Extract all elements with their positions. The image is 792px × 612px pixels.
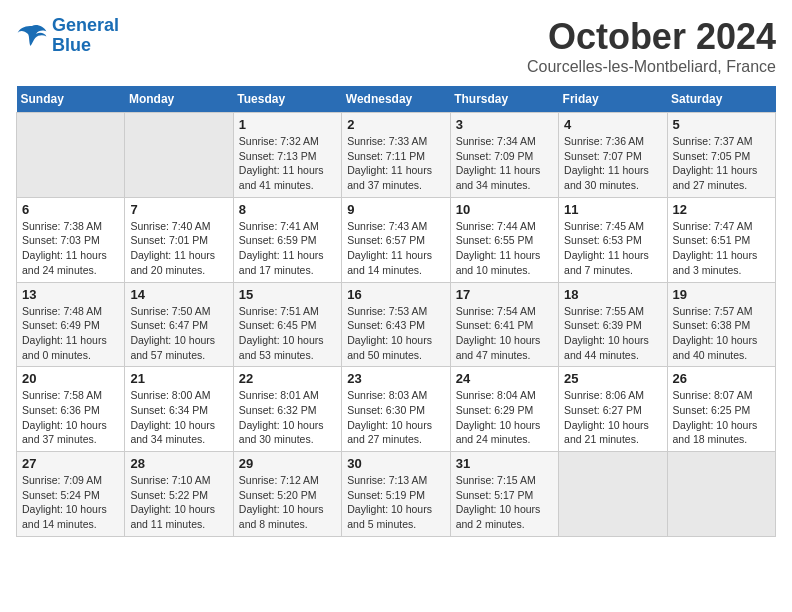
day-info: Sunrise: 7:33 AM Sunset: 7:11 PM Dayligh… bbox=[347, 134, 444, 193]
day-info: Sunrise: 7:54 AM Sunset: 6:41 PM Dayligh… bbox=[456, 304, 553, 363]
day-number: 3 bbox=[456, 117, 553, 132]
calendar-cell bbox=[559, 452, 667, 537]
day-number: 16 bbox=[347, 287, 444, 302]
day-info: Sunrise: 7:53 AM Sunset: 6:43 PM Dayligh… bbox=[347, 304, 444, 363]
day-info: Sunrise: 8:00 AM Sunset: 6:34 PM Dayligh… bbox=[130, 388, 227, 447]
calendar-cell: 27Sunrise: 7:09 AM Sunset: 5:24 PM Dayli… bbox=[17, 452, 125, 537]
weekday-header: Thursday bbox=[450, 86, 558, 113]
calendar-cell: 24Sunrise: 8:04 AM Sunset: 6:29 PM Dayli… bbox=[450, 367, 558, 452]
day-number: 30 bbox=[347, 456, 444, 471]
day-number: 11 bbox=[564, 202, 661, 217]
day-info: Sunrise: 7:58 AM Sunset: 6:36 PM Dayligh… bbox=[22, 388, 119, 447]
day-info: Sunrise: 7:47 AM Sunset: 6:51 PM Dayligh… bbox=[673, 219, 770, 278]
day-number: 13 bbox=[22, 287, 119, 302]
day-number: 26 bbox=[673, 371, 770, 386]
calendar-cell: 6Sunrise: 7:38 AM Sunset: 7:03 PM Daylig… bbox=[17, 197, 125, 282]
day-number: 27 bbox=[22, 456, 119, 471]
day-number: 22 bbox=[239, 371, 336, 386]
calendar-cell: 1Sunrise: 7:32 AM Sunset: 7:13 PM Daylig… bbox=[233, 113, 341, 198]
logo-icon bbox=[16, 22, 48, 50]
calendar-cell: 5Sunrise: 7:37 AM Sunset: 7:05 PM Daylig… bbox=[667, 113, 775, 198]
day-number: 4 bbox=[564, 117, 661, 132]
weekday-header: Wednesday bbox=[342, 86, 450, 113]
calendar-cell: 22Sunrise: 8:01 AM Sunset: 6:32 PM Dayli… bbox=[233, 367, 341, 452]
day-info: Sunrise: 8:04 AM Sunset: 6:29 PM Dayligh… bbox=[456, 388, 553, 447]
calendar-cell: 23Sunrise: 8:03 AM Sunset: 6:30 PM Dayli… bbox=[342, 367, 450, 452]
day-info: Sunrise: 7:40 AM Sunset: 7:01 PM Dayligh… bbox=[130, 219, 227, 278]
day-number: 8 bbox=[239, 202, 336, 217]
logo-text-line1: General bbox=[52, 15, 119, 35]
weekday-header: Saturday bbox=[667, 86, 775, 113]
calendar-cell: 19Sunrise: 7:57 AM Sunset: 6:38 PM Dayli… bbox=[667, 282, 775, 367]
day-number: 28 bbox=[130, 456, 227, 471]
weekday-header: Tuesday bbox=[233, 86, 341, 113]
calendar-cell: 12Sunrise: 7:47 AM Sunset: 6:51 PM Dayli… bbox=[667, 197, 775, 282]
month-title: October 2024 bbox=[527, 16, 776, 58]
calendar-cell: 11Sunrise: 7:45 AM Sunset: 6:53 PM Dayli… bbox=[559, 197, 667, 282]
day-info: Sunrise: 7:12 AM Sunset: 5:20 PM Dayligh… bbox=[239, 473, 336, 532]
day-info: Sunrise: 7:55 AM Sunset: 6:39 PM Dayligh… bbox=[564, 304, 661, 363]
calendar-cell: 9Sunrise: 7:43 AM Sunset: 6:57 PM Daylig… bbox=[342, 197, 450, 282]
calendar-cell: 10Sunrise: 7:44 AM Sunset: 6:55 PM Dayli… bbox=[450, 197, 558, 282]
calendar-week-row: 13Sunrise: 7:48 AM Sunset: 6:49 PM Dayli… bbox=[17, 282, 776, 367]
day-number: 5 bbox=[673, 117, 770, 132]
calendar-cell: 8Sunrise: 7:41 AM Sunset: 6:59 PM Daylig… bbox=[233, 197, 341, 282]
day-info: Sunrise: 7:43 AM Sunset: 6:57 PM Dayligh… bbox=[347, 219, 444, 278]
logo: General Blue bbox=[16, 16, 119, 56]
day-number: 9 bbox=[347, 202, 444, 217]
title-block: October 2024 Courcelles-les-Montbeliard,… bbox=[527, 16, 776, 76]
calendar-cell: 31Sunrise: 7:15 AM Sunset: 5:17 PM Dayli… bbox=[450, 452, 558, 537]
day-info: Sunrise: 7:13 AM Sunset: 5:19 PM Dayligh… bbox=[347, 473, 444, 532]
calendar-week-row: 20Sunrise: 7:58 AM Sunset: 6:36 PM Dayli… bbox=[17, 367, 776, 452]
day-info: Sunrise: 7:09 AM Sunset: 5:24 PM Dayligh… bbox=[22, 473, 119, 532]
day-number: 23 bbox=[347, 371, 444, 386]
day-number: 10 bbox=[456, 202, 553, 217]
calendar-cell: 30Sunrise: 7:13 AM Sunset: 5:19 PM Dayli… bbox=[342, 452, 450, 537]
day-info: Sunrise: 7:48 AM Sunset: 6:49 PM Dayligh… bbox=[22, 304, 119, 363]
day-number: 15 bbox=[239, 287, 336, 302]
day-info: Sunrise: 7:57 AM Sunset: 6:38 PM Dayligh… bbox=[673, 304, 770, 363]
day-number: 2 bbox=[347, 117, 444, 132]
calendar-cell: 28Sunrise: 7:10 AM Sunset: 5:22 PM Dayli… bbox=[125, 452, 233, 537]
calendar-cell: 14Sunrise: 7:50 AM Sunset: 6:47 PM Dayli… bbox=[125, 282, 233, 367]
calendar-cell: 26Sunrise: 8:07 AM Sunset: 6:25 PM Dayli… bbox=[667, 367, 775, 452]
day-info: Sunrise: 8:07 AM Sunset: 6:25 PM Dayligh… bbox=[673, 388, 770, 447]
day-number: 7 bbox=[130, 202, 227, 217]
calendar-cell: 13Sunrise: 7:48 AM Sunset: 6:49 PM Dayli… bbox=[17, 282, 125, 367]
calendar-header-row: SundayMondayTuesdayWednesdayThursdayFrid… bbox=[17, 86, 776, 113]
day-number: 29 bbox=[239, 456, 336, 471]
day-number: 6 bbox=[22, 202, 119, 217]
calendar-cell: 16Sunrise: 7:53 AM Sunset: 6:43 PM Dayli… bbox=[342, 282, 450, 367]
day-number: 31 bbox=[456, 456, 553, 471]
day-info: Sunrise: 7:34 AM Sunset: 7:09 PM Dayligh… bbox=[456, 134, 553, 193]
day-info: Sunrise: 7:41 AM Sunset: 6:59 PM Dayligh… bbox=[239, 219, 336, 278]
calendar-cell: 15Sunrise: 7:51 AM Sunset: 6:45 PM Dayli… bbox=[233, 282, 341, 367]
calendar-table: SundayMondayTuesdayWednesdayThursdayFrid… bbox=[16, 86, 776, 537]
day-number: 24 bbox=[456, 371, 553, 386]
calendar-cell: 7Sunrise: 7:40 AM Sunset: 7:01 PM Daylig… bbox=[125, 197, 233, 282]
day-info: Sunrise: 7:44 AM Sunset: 6:55 PM Dayligh… bbox=[456, 219, 553, 278]
day-info: Sunrise: 7:51 AM Sunset: 6:45 PM Dayligh… bbox=[239, 304, 336, 363]
day-number: 1 bbox=[239, 117, 336, 132]
day-info: Sunrise: 8:01 AM Sunset: 6:32 PM Dayligh… bbox=[239, 388, 336, 447]
calendar-cell: 21Sunrise: 8:00 AM Sunset: 6:34 PM Dayli… bbox=[125, 367, 233, 452]
weekday-header: Sunday bbox=[17, 86, 125, 113]
day-number: 21 bbox=[130, 371, 227, 386]
day-info: Sunrise: 8:03 AM Sunset: 6:30 PM Dayligh… bbox=[347, 388, 444, 447]
location-title: Courcelles-les-Montbeliard, France bbox=[527, 58, 776, 76]
calendar-cell: 20Sunrise: 7:58 AM Sunset: 6:36 PM Dayli… bbox=[17, 367, 125, 452]
calendar-cell bbox=[125, 113, 233, 198]
day-number: 18 bbox=[564, 287, 661, 302]
calendar-cell: 29Sunrise: 7:12 AM Sunset: 5:20 PM Dayli… bbox=[233, 452, 341, 537]
calendar-cell: 17Sunrise: 7:54 AM Sunset: 6:41 PM Dayli… bbox=[450, 282, 558, 367]
calendar-cell: 3Sunrise: 7:34 AM Sunset: 7:09 PM Daylig… bbox=[450, 113, 558, 198]
day-info: Sunrise: 7:45 AM Sunset: 6:53 PM Dayligh… bbox=[564, 219, 661, 278]
day-number: 19 bbox=[673, 287, 770, 302]
calendar-cell: 18Sunrise: 7:55 AM Sunset: 6:39 PM Dayli… bbox=[559, 282, 667, 367]
day-info: Sunrise: 7:10 AM Sunset: 5:22 PM Dayligh… bbox=[130, 473, 227, 532]
day-info: Sunrise: 7:32 AM Sunset: 7:13 PM Dayligh… bbox=[239, 134, 336, 193]
calendar-cell: 4Sunrise: 7:36 AM Sunset: 7:07 PM Daylig… bbox=[559, 113, 667, 198]
day-info: Sunrise: 7:38 AM Sunset: 7:03 PM Dayligh… bbox=[22, 219, 119, 278]
day-info: Sunrise: 7:36 AM Sunset: 7:07 PM Dayligh… bbox=[564, 134, 661, 193]
day-info: Sunrise: 7:50 AM Sunset: 6:47 PM Dayligh… bbox=[130, 304, 227, 363]
